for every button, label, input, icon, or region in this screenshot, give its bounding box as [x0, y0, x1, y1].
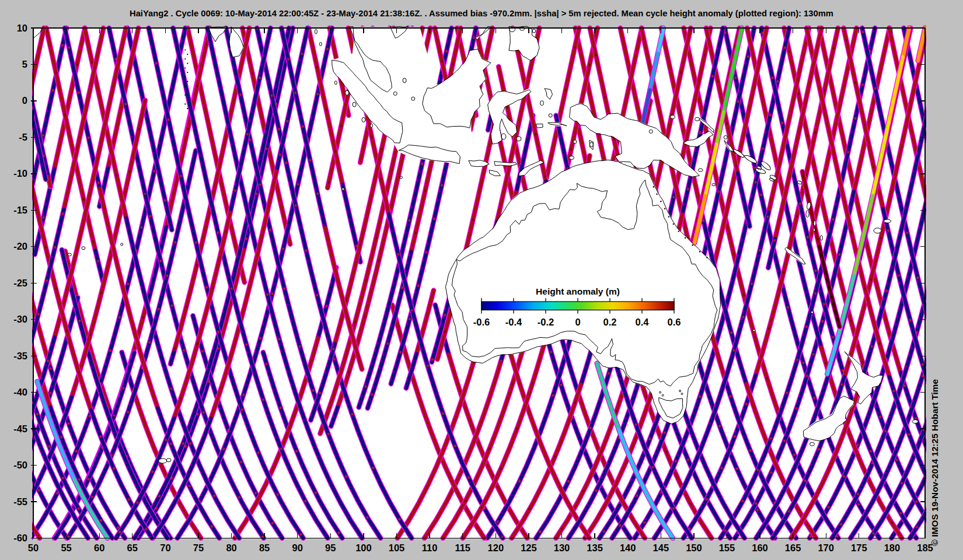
- svg-text:140: 140: [620, 542, 636, 553]
- svg-text:150: 150: [686, 542, 702, 553]
- svg-text:160: 160: [752, 542, 768, 553]
- svg-text:85: 85: [259, 542, 270, 553]
- svg-text:-40: -40: [13, 387, 27, 397]
- svg-text:145: 145: [653, 542, 669, 553]
- svg-text:-0.2: -0.2: [538, 317, 554, 327]
- svg-text:55: 55: [61, 542, 71, 553]
- svg-text:175: 175: [851, 542, 867, 553]
- svg-text:130: 130: [554, 542, 570, 553]
- svg-text:60: 60: [94, 542, 104, 553]
- svg-text:Height anomaly (m): Height anomaly (m): [536, 286, 620, 296]
- svg-text:0.4: 0.4: [636, 317, 650, 327]
- svg-text:105: 105: [389, 542, 405, 553]
- svg-text:10: 10: [17, 23, 27, 33]
- svg-text:70: 70: [160, 542, 170, 553]
- svg-text:90: 90: [292, 542, 303, 553]
- svg-text:-0.6: -0.6: [473, 317, 490, 327]
- svg-text:155: 155: [719, 542, 735, 553]
- svg-text:-10: -10: [13, 168, 27, 178]
- svg-text:125: 125: [521, 542, 537, 553]
- svg-text:135: 135: [587, 542, 603, 553]
- svg-text:-50: -50: [13, 460, 27, 470]
- svg-text:-55: -55: [13, 496, 27, 507]
- svg-text:75: 75: [193, 542, 204, 553]
- svg-text:© IMOS 19-Nov-2014 12:25 Hobar: © IMOS 19-Nov-2014 12:25 Hobart Time: [930, 379, 940, 546]
- svg-text:115: 115: [455, 542, 470, 553]
- svg-text:110: 110: [422, 542, 438, 553]
- svg-text:0.2: 0.2: [603, 317, 617, 327]
- svg-text:HaiYang2 . Cycle 0069: 10-May-: HaiYang2 . Cycle 0069: 10-May-2014 22:00…: [130, 9, 833, 18]
- svg-text:120: 120: [488, 542, 504, 553]
- svg-text:-5: -5: [19, 132, 27, 142]
- svg-text:0.6: 0.6: [668, 317, 681, 327]
- svg-text:5: 5: [22, 59, 27, 69]
- svg-text:65: 65: [127, 542, 138, 553]
- svg-text:95: 95: [325, 542, 336, 553]
- svg-text:-60: -60: [13, 533, 27, 543]
- svg-text:80: 80: [226, 542, 236, 553]
- svg-text:-25: -25: [13, 278, 27, 288]
- svg-text:-15: -15: [13, 205, 27, 215]
- svg-text:100: 100: [355, 542, 372, 553]
- svg-text:180: 180: [884, 542, 901, 553]
- svg-text:-0.4: -0.4: [505, 317, 522, 327]
- svg-text:0: 0: [22, 95, 27, 106]
- svg-text:-20: -20: [13, 241, 27, 251]
- svg-text:-35: -35: [13, 351, 27, 361]
- svg-text:0: 0: [575, 317, 580, 327]
- svg-text:50: 50: [28, 542, 39, 553]
- svg-text:-45: -45: [13, 424, 27, 434]
- svg-text:-30: -30: [13, 314, 27, 324]
- svg-text:165: 165: [785, 542, 801, 553]
- svg-text:170: 170: [818, 542, 834, 553]
